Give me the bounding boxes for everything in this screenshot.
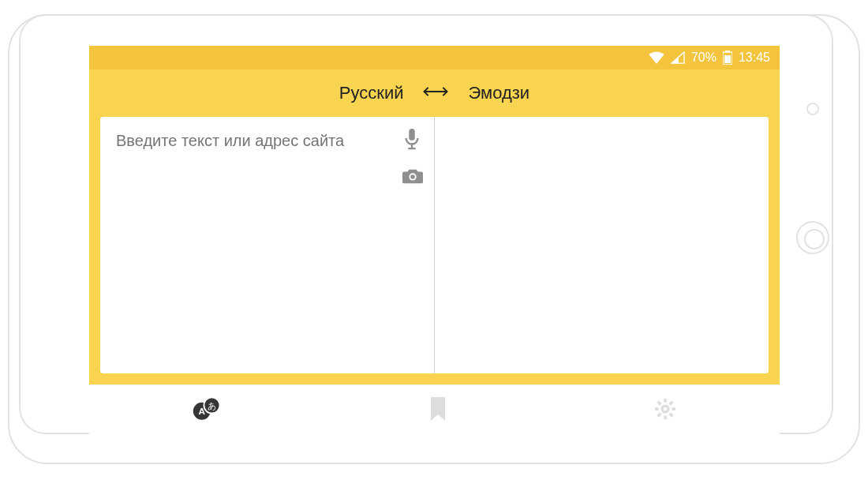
svg-point-8 — [410, 174, 415, 179]
work-area — [89, 117, 780, 384]
source-language[interactable]: Русский — [339, 83, 404, 103]
source-input[interactable] — [114, 131, 391, 151]
microphone-icon[interactable] — [402, 128, 423, 153]
nav-translate-icon[interactable]: A あ — [192, 396, 223, 425]
language-selector-row: Русский Эмодзи — [89, 69, 780, 117]
signal-icon — [671, 51, 685, 64]
phone-screen: 70% 13:45 Русский Эмодзи — [89, 46, 780, 436]
svg-line-18 — [669, 414, 672, 417]
target-pane — [435, 117, 769, 373]
svg-text:あ: あ — [208, 401, 216, 411]
status-clock: 13:45 — [739, 51, 770, 65]
svg-rect-2 — [724, 55, 731, 63]
battery-pct: 70% — [691, 51, 716, 65]
nav-settings-icon[interactable] — [653, 397, 677, 424]
device-home-button — [796, 221, 829, 254]
swap-languages-icon[interactable] — [422, 83, 449, 103]
device-speaker — [806, 103, 819, 115]
nav-bookmark-icon[interactable] — [428, 397, 447, 424]
wifi-icon — [649, 51, 664, 64]
svg-rect-4 — [409, 129, 414, 141]
battery-icon — [723, 51, 732, 65]
input-side-icons — [402, 128, 423, 188]
target-language[interactable]: Эмодзи — [468, 83, 529, 103]
svg-line-19 — [657, 414, 660, 417]
bottom-nav: A あ — [89, 384, 780, 436]
source-pane[interactable] — [100, 117, 435, 373]
svg-line-17 — [657, 402, 660, 405]
svg-line-20 — [669, 402, 672, 405]
status-bar: 70% 13:45 — [89, 46, 780, 69]
translation-card — [100, 117, 769, 373]
camera-icon[interactable] — [402, 167, 423, 188]
